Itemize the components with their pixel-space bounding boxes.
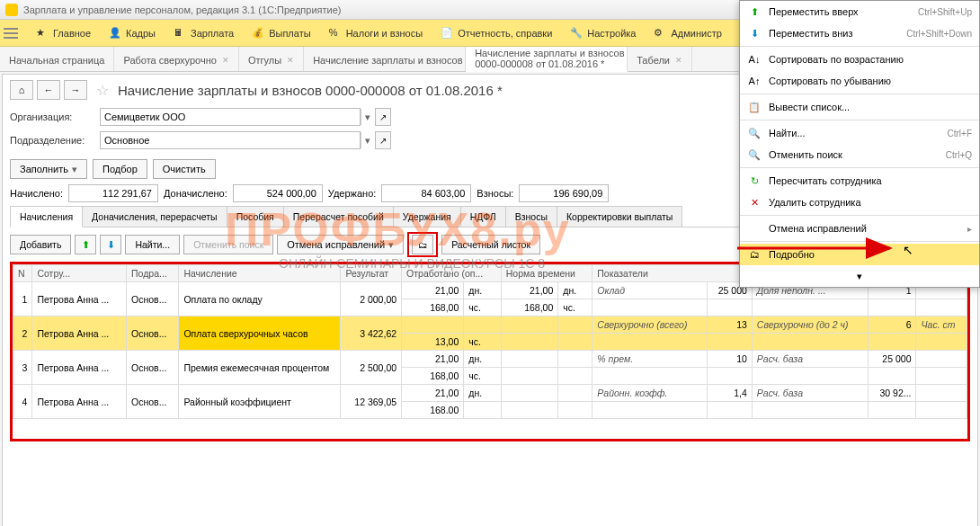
menu-otchet[interactable]: 📄Отчетность, справки — [432, 20, 561, 46]
open-btn[interactable]: ↗ — [375, 131, 391, 149]
money-icon: 💰 — [252, 27, 264, 40]
menu-zarplata[interactable]: 🖩Зарплата — [165, 20, 243, 46]
vz-val: 196 690,09 — [519, 184, 609, 202]
table-row[interactable]: 2 Петрова Анна ... Основ... Оплата сверх… — [13, 316, 967, 334]
th-nach[interactable]: Начисление — [179, 265, 341, 282]
podbor-btn[interactable]: Подбор — [93, 159, 147, 179]
subtab-ud[interactable]: Удержания — [393, 206, 461, 227]
ctx-asc[interactable]: A↓Сортировать по возрастанию — [740, 49, 979, 70]
tab-otguly[interactable]: Отгулы✕ — [239, 47, 304, 71]
ctx-recalc[interactable]: ↻Пересчитать сотрудника — [740, 170, 979, 192]
ctx-find[interactable]: 🔍Найти...Ctrl+F — [740, 122, 979, 144]
add-btn[interactable]: Добавить — [10, 235, 71, 254]
dropdown-icon[interactable]: ▾ — [361, 132, 373, 148]
menu-vyplaty[interactable]: 💰Выплаты — [243, 20, 319, 46]
nach-label: Начислено: — [10, 188, 63, 199]
fav-icon[interactable]: ☆ — [96, 82, 109, 99]
subtab-don[interactable]: Доначисления, перерасчеты — [82, 206, 227, 227]
percent-icon: % — [329, 27, 342, 40]
tab-nach1[interactable]: Начисление зарплаты и взносов✕ — [304, 47, 466, 71]
tab-nach2[interactable]: Начисление зарплаты и взносов0000-000008… — [466, 47, 628, 72]
fwd-btn[interactable]: → — [64, 80, 87, 100]
tab-tabel[interactable]: Табели✕ — [628, 47, 692, 71]
clear-btn[interactable]: Очистить — [153, 159, 216, 179]
don-label: Доначислено: — [164, 188, 227, 199]
subtab-pos[interactable]: Пособия — [227, 206, 284, 227]
subtab-korr[interactable]: Корректировки выплаты — [557, 206, 682, 227]
vz-label: Взносы: — [477, 188, 513, 199]
close-icon[interactable]: ✕ — [287, 56, 294, 65]
subtab-nach[interactable]: Начисления — [10, 206, 83, 227]
nach-val: 112 291,67 — [68, 184, 158, 202]
gear-icon: ⚙ — [654, 27, 666, 40]
ctx-collapse[interactable]: ▾ — [740, 265, 979, 287]
search-icon: 🔍 — [747, 126, 762, 140]
cursor-icon: ↖ — [903, 243, 913, 257]
ctx-del[interactable]: ✕Удалить сотрудника — [740, 192, 979, 213]
detail-btn[interactable]: 🗂 — [412, 235, 433, 254]
subtab-per[interactable]: Перерасчет пособий — [283, 206, 394, 227]
home-btn[interactable]: ⌂ — [10, 80, 33, 100]
payslip-btn[interactable]: Расчетный листок — [441, 235, 540, 254]
menu-main[interactable]: ★Главное — [27, 20, 100, 46]
th-norm[interactable]: Норма времени — [501, 265, 592, 282]
red-arrow-annotation — [737, 243, 899, 255]
calc-icon: 🖩 — [174, 27, 186, 40]
don-val: 524 000,00 — [233, 184, 323, 202]
th-n[interactable]: N — [13, 265, 32, 282]
table-wrap: N Сотру... Подра... Начисление Результат… — [10, 262, 970, 441]
podr-field[interactable]: Основное — [100, 131, 361, 149]
arrow-down-icon: ⬇ — [747, 26, 762, 40]
fill-btn[interactable]: Заполнить ▾ — [10, 159, 87, 179]
list-icon: 📋 — [747, 100, 762, 114]
menu-kadry[interactable]: 👤Кадры — [100, 20, 165, 46]
up-btn[interactable]: ⬆ — [75, 235, 96, 254]
th-podr[interactable]: Подра... — [127, 265, 179, 282]
menu-nastroika[interactable]: 🔧Настройка — [561, 20, 645, 46]
highlight-box: 🗂 — [407, 232, 438, 257]
ctx-cancel[interactable]: 🔍Отменить поискCtrl+Q — [740, 144, 979, 165]
ud-label: Удержано: — [328, 188, 377, 199]
open-btn[interactable]: ↗ — [375, 108, 391, 126]
ctx-down[interactable]: ⬇Переместить внизCtrl+Shift+Down — [740, 22, 979, 44]
ctx-up[interactable]: ⬆Переместить вверхCtrl+Shift+Up — [740, 1, 979, 22]
chevron-down-icon: ▾ — [857, 271, 862, 282]
table-row[interactable]: 3 Петрова Анна ... Основ... Премия ежеме… — [13, 351, 967, 368]
person-icon: 👤 — [109, 27, 121, 40]
th-otr[interactable]: Отработано (оп... — [402, 265, 502, 282]
find-btn[interactable]: Найти... — [125, 235, 180, 254]
tab-sverh[interactable]: Работа сверхурочно✕ — [114, 47, 238, 71]
page-title: Начисление зарплаты и взносов 0000-00000… — [118, 83, 503, 98]
refresh-icon: ↻ — [747, 174, 762, 188]
subtab-ndfl[interactable]: НДФЛ — [460, 206, 506, 227]
org-field[interactable]: Семицветик ООО — [100, 108, 361, 126]
th-rez[interactable]: Результат — [341, 265, 402, 282]
th-sotr[interactable]: Сотру... — [32, 265, 127, 282]
back-btn[interactable]: ← — [37, 80, 60, 100]
doc-icon: 📄 — [441, 27, 453, 40]
close-icon[interactable]: ✕ — [675, 56, 682, 65]
down-btn[interactable]: ⬇ — [100, 235, 121, 254]
table-row[interactable]: 4 Петрова Анна ... Основ... Районный коэ… — [13, 385, 967, 402]
tab-start[interactable]: Начальная страница — [0, 47, 114, 71]
undo-btn[interactable]: Отмена исправлений ▾ — [277, 235, 404, 254]
wrench-icon: 🔧 — [570, 27, 583, 40]
menu-admin[interactable]: ⚙Администр — [645, 20, 730, 46]
sort-asc-icon: A↓ — [747, 52, 762, 67]
subtab-vz[interactable]: Взносы — [505, 206, 557, 227]
close-icon[interactable]: ✕ — [222, 56, 229, 65]
org-label: Организация: — [10, 111, 100, 122]
arrow-up-icon: ⬆ — [747, 4, 762, 19]
delete-icon: ✕ — [747, 195, 762, 210]
podr-label: Подразделение: — [10, 135, 100, 146]
sort-desc-icon: A↑ — [747, 74, 762, 88]
star-icon: ★ — [36, 27, 49, 40]
ctx-desc[interactable]: A↑Сортировать по убыванию — [740, 70, 979, 92]
menu-nalogi[interactable]: %Налоги и взносы — [320, 20, 432, 46]
cancel-find-btn[interactable]: Отменить поиск — [183, 235, 273, 254]
ctx-undo[interactable]: Отмена исправлений▸ — [740, 218, 979, 239]
burger-icon[interactable] — [4, 28, 18, 39]
cancel-search-icon: 🔍 — [747, 147, 762, 162]
dropdown-icon[interactable]: ▾ — [361, 109, 373, 125]
ctx-list[interactable]: 📋Вывести список... — [740, 96, 979, 118]
